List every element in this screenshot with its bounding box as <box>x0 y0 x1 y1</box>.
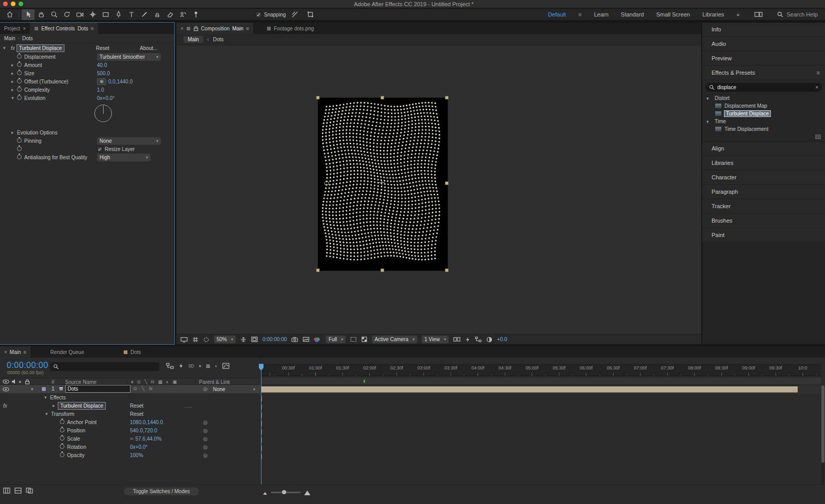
current-time-display[interactable]: 0:00:00:00 <box>7 361 48 370</box>
transparency-grid-icon[interactable] <box>361 337 367 342</box>
timeline-search-box[interactable] <box>50 362 159 371</box>
offset-control-point[interactable] <box>324 181 329 186</box>
property-pickwhip-icon[interactable]: ◎ <box>203 419 208 425</box>
workspace-default[interactable]: Default <box>548 11 566 18</box>
zoom-in-mountain-icon[interactable] <box>304 489 311 496</box>
motion-blur-icon[interactable]: ◐ <box>215 363 218 368</box>
pinning-dropdown[interactable]: None▾ <box>97 137 161 145</box>
draft-3d-icon[interactable]: 3D <box>188 363 194 368</box>
zoom-tool[interactable] <box>47 9 60 20</box>
panel-header-paragraph[interactable]: Paragraph <box>702 185 825 198</box>
twirl-closed-icon[interactable]: ▸ <box>11 62 17 68</box>
effects-search-value[interactable]: displace <box>717 85 813 90</box>
pen-tool[interactable] <box>112 9 125 20</box>
frame-blending-icon[interactable]: ▦ <box>206 363 210 368</box>
zoom-window-button[interactable] <box>19 2 23 6</box>
layer-handle-top-right[interactable] <box>445 96 449 99</box>
complexity-value[interactable]: 1.0 <box>97 87 104 93</box>
camera-tool[interactable] <box>73 9 86 20</box>
opacity-value[interactable]: 100% <box>130 452 143 458</box>
timeline-ruler[interactable]: 00:30f01:00f01:30f02:00f02:30f03:00f03:3… <box>261 364 821 376</box>
close-icon[interactable]: × <box>180 26 184 31</box>
hide-shy-layers-icon[interactable]: ♦ <box>199 363 202 368</box>
workspace-libraries[interactable]: Libraries <box>702 11 724 18</box>
region-of-interest-icon[interactable] <box>350 337 357 342</box>
tab-timeline-dots[interactable]: Dots <box>119 346 145 358</box>
panel-menu-icon[interactable]: ≡ <box>817 70 820 76</box>
workspace-overflow-icon[interactable]: » <box>736 11 739 18</box>
workspace-small-screen[interactable]: Small Screen <box>656 11 690 18</box>
graph-editor-icon[interactable] <box>222 363 229 369</box>
offset-value[interactable]: 0.0,1440.0 <box>108 79 133 85</box>
effect-point-icon[interactable]: ⊕ <box>97 78 106 85</box>
size-value[interactable]: 500.0 <box>97 71 110 76</box>
brush-tool[interactable] <box>138 9 151 20</box>
hand-tool[interactable] <box>35 9 47 20</box>
pixel-aspect-ratio-icon[interactable] <box>453 337 460 342</box>
stopwatch-icon[interactable] <box>60 444 64 449</box>
close-window-button[interactable] <box>3 2 8 6</box>
row-scale[interactable]: Scale ∞57.6,44.0% ◎ <box>0 434 260 443</box>
row-transform-group[interactable]: ▾ Transform Reset <box>0 410 260 418</box>
property-pickwhip-icon[interactable]: ◎ <box>203 428 208 433</box>
collapse-transformations-switch[interactable]: ⊙ <box>133 386 137 391</box>
group-label[interactable]: Evolution Options <box>17 130 57 136</box>
layer-handle-top-left[interactable] <box>316 96 320 99</box>
evolution-dial[interactable] <box>94 105 112 122</box>
twirl-open-icon[interactable]: ▾ <box>11 95 17 100</box>
stopwatch-icon[interactable] <box>17 95 22 100</box>
tree-category-time[interactable]: ▾ Time <box>702 117 825 125</box>
layer-switches[interactable]: ⊙ ╲ fx <box>133 386 153 391</box>
toggle-transfer-controls-icon[interactable] <box>14 488 22 494</box>
clear-search-icon[interactable]: × <box>815 85 818 90</box>
exposure-value[interactable]: +0.0 <box>497 337 507 342</box>
layer-handle-bottom-right[interactable] <box>445 268 449 272</box>
channel-settings-icon[interactable] <box>314 337 321 342</box>
rectangle-tool[interactable] <box>99 9 112 20</box>
comp-mini-flowchart-icon[interactable] <box>166 363 174 369</box>
panel-header-info[interactable]: Info <box>702 23 825 36</box>
tree-effect-displacement-map[interactable]: Displacement Map <box>702 102 825 110</box>
stopwatch-icon[interactable] <box>17 87 22 92</box>
layer-handle-bottom-center[interactable] <box>381 268 384 272</box>
show-snapshot-icon[interactable] <box>303 337 309 342</box>
anchor-point-icon[interactable] <box>379 180 385 186</box>
property-pickwhip-icon[interactable]: ◎ <box>203 444 208 450</box>
close-icon[interactable]: × <box>4 349 7 355</box>
stopwatch-icon[interactable] <box>17 71 22 75</box>
tab-footage[interactable]: Footage dots.png <box>262 23 318 34</box>
fast-previews-icon[interactable] <box>465 337 470 343</box>
mask-visibility-icon[interactable] <box>203 337 209 343</box>
panel-header-preview[interactable]: Preview <box>702 52 825 65</box>
panel-header-tracker[interactable]: Tracker <box>702 199 825 213</box>
safe-margins-icon[interactable] <box>251 337 258 342</box>
zoom-dropdown[interactable]: 50%▾ <box>214 335 236 343</box>
twirl-closed-icon[interactable]: ▸ <box>11 79 17 84</box>
row-effects-group[interactable]: ▾ Effects <box>0 393 260 401</box>
layer-handle-mid-right[interactable] <box>445 181 449 185</box>
current-time-indicator[interactable] <box>261 364 261 485</box>
tab-project[interactable]: Project × <box>0 23 30 34</box>
snapping-checkbox[interactable]: ✓ <box>256 12 261 18</box>
layer-color-chip[interactable] <box>41 387 46 392</box>
panel-header-align[interactable]: Align <box>702 142 825 155</box>
home-button[interactable] <box>3 9 16 20</box>
row-rotation[interactable]: Rotation 0x+0.0° ◎ <box>0 443 260 451</box>
tree-effect-turbulent-displace[interactable]: Turbulent Displace <box>702 110 825 117</box>
camera-dropdown[interactable]: Active Camera▾ <box>372 335 417 343</box>
toggle-switches-modes-button[interactable]: Toggle Switches / Modes <box>124 488 199 495</box>
workspace-learn[interactable]: Learn <box>594 11 608 18</box>
twirl-open-icon[interactable]: ▾ <box>44 395 50 400</box>
tab-timeline-main[interactable]: × Main ≡ <box>0 346 30 358</box>
amount-value[interactable]: 40.0 <box>97 62 107 68</box>
stopwatch-icon[interactable] <box>17 155 22 159</box>
stopwatch-icon[interactable] <box>17 54 22 59</box>
row-turbulent-displace[interactable]: fx ▸ Turbulent Displace Reset .... <box>0 401 260 410</box>
panel-header-libraries[interactable]: Libraries <box>702 156 825 170</box>
nav-comp-main[interactable]: Main <box>184 36 203 43</box>
zoom-slider-thumb[interactable] <box>282 490 286 494</box>
roto-brush-tool[interactable] <box>176 9 189 20</box>
panel-menu-icon[interactable]: ≡ <box>24 349 27 355</box>
reset-exposure-icon[interactable] <box>486 337 492 343</box>
comp-marker[interactable] <box>364 380 365 383</box>
